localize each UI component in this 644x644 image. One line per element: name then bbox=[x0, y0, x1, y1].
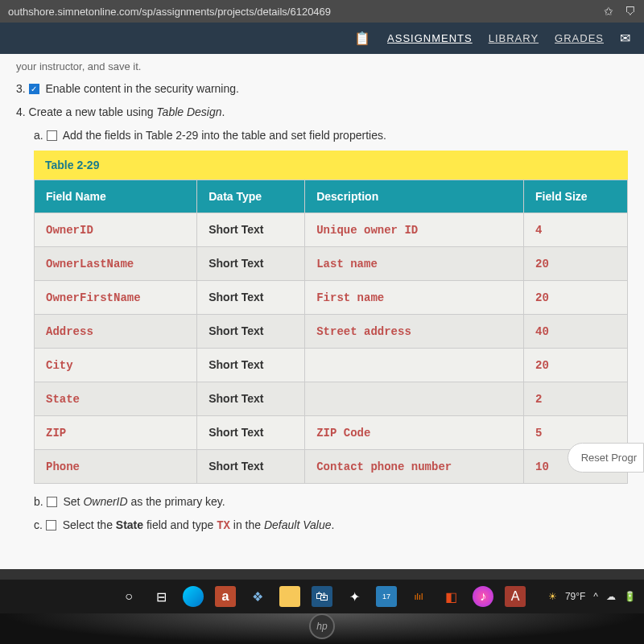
app-icon-2[interactable]: 17 bbox=[376, 586, 397, 607]
browser-address-bar: outhshore.simnetonline.com/sp/assignment… bbox=[0, 0, 644, 23]
step-4c: c. Select the State field and type TX in… bbox=[34, 517, 628, 535]
step-4c-a: Select the bbox=[63, 518, 116, 531]
cell-description: ZIP Code bbox=[316, 427, 370, 440]
nav-grades[interactable]: GRADES bbox=[555, 32, 604, 44]
step-4c-e: in the bbox=[230, 518, 264, 531]
cell-field-name: State bbox=[46, 393, 80, 406]
cell-field-size: 20 bbox=[535, 291, 549, 304]
th-field-size: Field Size bbox=[524, 180, 627, 213]
step-4a: a. Add the fields in Table 2-29 into the… bbox=[34, 127, 628, 144]
nav-assignments[interactable]: ASSIGNMENTS bbox=[387, 32, 473, 44]
table-row: ZIPShort TextZIP Code5 bbox=[35, 416, 627, 449]
cell-field-size: 40 bbox=[535, 325, 549, 338]
office-icon[interactable]: ◧ bbox=[440, 586, 461, 607]
cell-description: Street address bbox=[316, 325, 411, 338]
edge-icon[interactable] bbox=[183, 586, 204, 607]
cell-field-size: 2 bbox=[535, 393, 542, 406]
cell-field-size: 5 bbox=[535, 427, 542, 440]
table-row: OwnerLastNameShort TextLast name20 bbox=[35, 247, 627, 280]
content-area: your instructor, and save it. 3. Enable … bbox=[0, 54, 644, 569]
step-4-text-a: Create a new table using bbox=[29, 105, 157, 118]
th-data-type: Data Type bbox=[197, 180, 304, 213]
cell-field-name: ZIP bbox=[46, 427, 66, 440]
table-caption: Table 2-29 bbox=[34, 151, 628, 180]
cell-field-name: OwnerID bbox=[46, 224, 93, 237]
amazon-icon[interactable]: a bbox=[215, 586, 236, 607]
url-text: outhshore.simnetonline.com/sp/assignment… bbox=[8, 6, 604, 18]
cell-field-name: Phone bbox=[46, 460, 80, 473]
step-4-text-c: . bbox=[222, 105, 225, 118]
tray-battery-icon[interactable]: 🔋 bbox=[624, 591, 636, 602]
th-field-name: Field Name bbox=[35, 180, 196, 213]
step-3-checkbox[interactable] bbox=[29, 84, 39, 94]
cell-field-size: 20 bbox=[535, 258, 549, 270]
soundcloud-icon[interactable]: ılıl bbox=[408, 586, 429, 607]
th-description: Description bbox=[305, 180, 523, 213]
favorite-icon[interactable]: ✩ bbox=[604, 5, 613, 18]
cell-field-name: Address bbox=[46, 325, 93, 338]
table-row: OwnerIDShort TextUnique owner ID4 bbox=[35, 213, 627, 246]
table-row: CityShort Text20 bbox=[35, 349, 627, 382]
access-icon[interactable]: A bbox=[505, 586, 526, 607]
table-header-row: Field Name Data Type Description Field S… bbox=[35, 180, 627, 213]
weather-icon[interactable]: ☀ bbox=[548, 591, 557, 602]
itunes-icon[interactable]: ♪ bbox=[473, 586, 493, 607]
weather-temp[interactable]: 79°F bbox=[565, 591, 585, 602]
step-4a-number: a. bbox=[34, 129, 43, 142]
laptop-bezel: hp bbox=[0, 613, 644, 644]
cell-field-size: 10 bbox=[535, 460, 549, 473]
cell-description: Contact phone number bbox=[316, 460, 452, 473]
nav-library[interactable]: LIBRARY bbox=[489, 32, 539, 44]
windows-taskbar: ○ ⊟ a ❖ 🛍 ✦ 17 ılıl ◧ ♪ A ☀ 79°F ^ ☁ 🔋 bbox=[0, 580, 644, 613]
cell-data-type: Short Text bbox=[208, 460, 263, 473]
step-4c-g: . bbox=[332, 518, 335, 531]
cell-field-name: OwnerFirstName bbox=[46, 291, 141, 304]
task-view-icon[interactable]: ⊟ bbox=[151, 586, 171, 607]
step-4: 4. Create a new table using Table Design… bbox=[16, 104, 628, 121]
step-4a-text: Add the fields in Table 2-29 into the ta… bbox=[63, 129, 386, 142]
app-nav-bar: 📋 ASSIGNMENTS LIBRARY GRADES ✉ bbox=[0, 23, 644, 54]
dropbox-icon[interactable]: ❖ bbox=[247, 586, 268, 607]
tray-chevron-icon[interactable]: ^ bbox=[593, 591, 598, 602]
cell-data-type: Short Text bbox=[208, 291, 263, 303]
browser-icon-group: ✩ ⛉ bbox=[604, 5, 636, 18]
cell-data-type: Short Text bbox=[208, 358, 263, 371]
table-row: PhoneShort TextContact phone number10 bbox=[35, 450, 627, 483]
calendar-icon[interactable]: 📋 bbox=[354, 31, 371, 46]
step-4b-checkbox[interactable] bbox=[47, 497, 57, 507]
reset-progress-button[interactable]: Reset Progr bbox=[568, 443, 644, 473]
step-3: 3. Enable content in the security warnin… bbox=[16, 80, 628, 97]
instruction-fragment: your instructor, and save it. bbox=[16, 60, 628, 72]
step-4b-c: as the primary key. bbox=[128, 495, 225, 508]
explorer-icon[interactable] bbox=[279, 586, 300, 607]
system-tray: ☀ 79°F ^ ☁ 🔋 bbox=[548, 591, 636, 602]
step-3-text: Enable content in the security warning. bbox=[45, 82, 238, 95]
step-4-text-b: Table Design bbox=[156, 105, 221, 118]
table-row: StateShort Text2 bbox=[35, 382, 627, 415]
step-4c-d: TX bbox=[217, 519, 230, 532]
hp-logo: hp bbox=[309, 613, 335, 639]
table-row: AddressShort TextStreet address40 bbox=[35, 315, 627, 348]
cell-field-name: City bbox=[46, 359, 73, 372]
step-4b-b: OwnerID bbox=[83, 495, 127, 508]
shield-icon[interactable]: ⛉ bbox=[625, 5, 636, 18]
step-3-number: 3. bbox=[16, 82, 26, 95]
fields-table: Field Name Data Type Description Field S… bbox=[34, 180, 628, 484]
tray-cloud-icon[interactable]: ☁ bbox=[606, 591, 616, 602]
store-icon[interactable]: 🛍 bbox=[312, 586, 332, 607]
step-4a-checkbox[interactable] bbox=[47, 130, 57, 141]
cell-field-name: OwnerLastName bbox=[46, 258, 134, 270]
step-4c-f: Default Value bbox=[264, 518, 332, 531]
search-icon[interactable]: ○ bbox=[118, 586, 139, 607]
app-icon-1[interactable]: ✦ bbox=[344, 586, 365, 607]
cell-data-type: Short Text bbox=[208, 392, 263, 405]
cell-description: First name bbox=[316, 291, 384, 304]
step-4c-checkbox[interactable] bbox=[46, 520, 56, 530]
step-4b-a: Set bbox=[63, 495, 83, 508]
cell-field-size: 4 bbox=[535, 224, 542, 237]
cell-data-type: Short Text bbox=[208, 223, 263, 236]
mail-icon[interactable]: ✉ bbox=[620, 31, 631, 46]
cell-description: Unique owner ID bbox=[316, 224, 418, 237]
cell-data-type: Short Text bbox=[208, 257, 263, 270]
step-4b-number: b. bbox=[34, 495, 43, 508]
